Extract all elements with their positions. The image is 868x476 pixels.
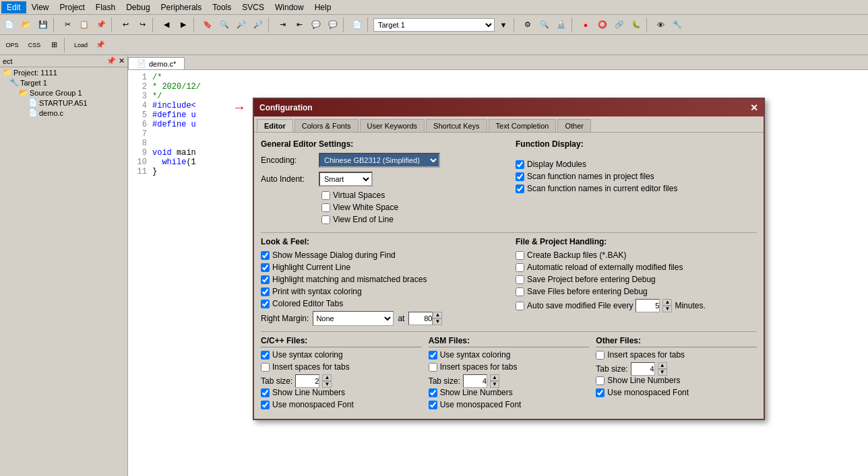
other-monospace-cb[interactable] xyxy=(596,388,604,397)
bookmark-btn[interactable]: 🔖 xyxy=(199,18,216,32)
asm-tab-input[interactable] xyxy=(463,374,487,388)
new-btn[interactable]: 📄 xyxy=(1,18,18,32)
nav-fwd-btn[interactable]: ▶ xyxy=(175,18,191,32)
menu-edit[interactable]: Edit xyxy=(1,1,26,13)
menu-tools[interactable]: Tools xyxy=(207,1,237,13)
show-message-cb[interactable] xyxy=(261,251,270,260)
indent-btn[interactable]: ⇥ xyxy=(274,18,290,32)
save-files-cb[interactable] xyxy=(516,287,524,296)
expand-btn[interactable]: ⊞ xyxy=(46,38,62,53)
template-btn[interactable]: 📄 xyxy=(349,18,365,32)
pin-btn[interactable]: 📌 xyxy=(92,38,108,53)
view-eol-cb[interactable] xyxy=(321,215,330,224)
nav-back-btn[interactable]: ◀ xyxy=(158,18,175,32)
colored-tabs-cb[interactable] xyxy=(261,300,270,308)
menu-project[interactable]: Project xyxy=(54,1,90,13)
other-tab-up[interactable]: ▲ xyxy=(658,362,667,369)
view-btn[interactable]: 👁 xyxy=(652,18,669,32)
cut-btn[interactable]: ✂ xyxy=(59,18,75,32)
auto-save-spin-down[interactable]: ▼ xyxy=(662,306,672,312)
uncomment-btn[interactable]: 💬 xyxy=(325,18,341,32)
undo-btn[interactable]: ↩ xyxy=(117,18,133,32)
inspect-btn[interactable]: 🔬 xyxy=(553,18,569,32)
tab-other[interactable]: Other xyxy=(557,119,591,132)
asm-tab-down[interactable]: ▼ xyxy=(490,381,499,388)
file-startup[interactable]: 📄 STARTUP.A51 xyxy=(0,98,127,108)
target-select[interactable]: Target 1 xyxy=(373,18,495,32)
cpp-lineno-cb[interactable] xyxy=(261,388,270,397)
create-backup-cb[interactable] xyxy=(516,251,524,260)
copy-btn[interactable]: 📋 xyxy=(76,18,92,32)
scan-proj-cb[interactable] xyxy=(516,172,524,181)
auto-save-spin-up[interactable]: ▲ xyxy=(662,299,672,306)
other-tab-down[interactable]: ▼ xyxy=(658,369,667,376)
menu-window[interactable]: Window xyxy=(270,1,309,13)
other-tab-input[interactable] xyxy=(631,362,655,376)
asm-syntax-cb[interactable] xyxy=(429,351,437,360)
comment-btn[interactable]: 💬 xyxy=(308,18,324,32)
asm-monospace-cb[interactable] xyxy=(429,401,437,409)
save-btn[interactable]: 💾 xyxy=(35,18,51,32)
cpp-monospace-cb[interactable] xyxy=(261,401,270,409)
at-spin-up[interactable]: ▲ xyxy=(433,312,442,318)
at-spin-down[interactable]: ▼ xyxy=(433,318,442,325)
menu-svcs[interactable]: SVCS xyxy=(237,1,270,13)
settings2-btn[interactable]: 🔧 xyxy=(669,18,685,32)
target-item[interactable]: 🔧 Target 1 xyxy=(0,77,127,88)
ops-btn[interactable]: OPS xyxy=(1,38,23,53)
view-white-space-cb[interactable] xyxy=(321,203,330,212)
cpp-tab-up[interactable]: ▲ xyxy=(322,374,332,381)
css-btn[interactable]: CSS xyxy=(24,38,45,53)
print-syntax-cb[interactable] xyxy=(261,287,270,296)
asm-spaces-cb[interactable] xyxy=(429,363,437,372)
virtual-spaces-cb[interactable] xyxy=(321,191,330,200)
link-btn[interactable]: 🔗 xyxy=(611,18,627,32)
asm-tab-up[interactable]: ▲ xyxy=(490,374,499,381)
asm-lineno-cb[interactable] xyxy=(429,388,437,397)
tab-editor[interactable]: Editor xyxy=(257,119,293,132)
search-btn[interactable]: 🔍 xyxy=(536,18,553,32)
run-btn[interactable]: ● xyxy=(578,18,594,32)
cpp-spaces-cb[interactable] xyxy=(261,363,270,372)
open-btn[interactable]: 📂 xyxy=(18,18,34,32)
other-spaces-cb[interactable] xyxy=(596,351,604,360)
paste-btn[interactable]: 📌 xyxy=(93,18,109,32)
auto-save-input[interactable] xyxy=(636,299,660,312)
file-demo[interactable]: 📄 demo.c xyxy=(0,108,127,118)
pin-icon[interactable]: 📌 xyxy=(106,57,116,65)
encoding-select[interactable]: Chinese GB2312 (Simplified) xyxy=(319,153,440,168)
tab-colors-fonts[interactable]: Colors & Fonts xyxy=(294,119,359,132)
cpp-tab-down[interactable]: ▼ xyxy=(322,381,332,388)
find-btn[interactable]: 🔍 xyxy=(216,18,232,32)
auto-save-cb[interactable] xyxy=(516,302,524,310)
highlight-line-cb[interactable] xyxy=(261,263,270,272)
config-btn[interactable]: ⚙ xyxy=(520,18,536,32)
tab-text-completion[interactable]: Text Completion xyxy=(489,119,557,132)
find2-btn[interactable]: 🔎 xyxy=(233,18,249,32)
auto-reload-cb[interactable] xyxy=(516,263,524,272)
tab-user-keywords[interactable]: User Keywords xyxy=(360,119,425,132)
right-margin-select[interactable]: None xyxy=(313,311,394,326)
find3-btn[interactable]: 🔎 xyxy=(250,18,266,32)
tab-shortcut-keys[interactable]: Shortcut Keys xyxy=(426,119,487,132)
display-modules-cb[interactable] xyxy=(516,160,524,169)
menu-peripherals[interactable]: Peripherals xyxy=(156,1,208,13)
other-lineno-cb[interactable] xyxy=(596,376,604,385)
scan-editor-cb[interactable] xyxy=(516,184,524,193)
dropdown-btn[interactable]: ▼ xyxy=(495,18,512,32)
dialog-close-btn[interactable]: ✕ xyxy=(750,103,758,112)
menu-debug[interactable]: Debug xyxy=(121,1,155,13)
debug-btn[interactable]: 🐛 xyxy=(628,18,644,32)
menu-view[interactable]: View xyxy=(26,1,55,13)
cpp-syntax-cb[interactable] xyxy=(261,351,270,360)
save-project-cb[interactable] xyxy=(516,275,524,284)
redo-btn[interactable]: ↪ xyxy=(134,18,150,32)
highlight-braces-cb[interactable] xyxy=(261,275,270,284)
cpp-tab-input[interactable] xyxy=(295,374,319,388)
editor-tab-demo[interactable]: 📄 demo.c* xyxy=(128,57,185,69)
unindent-btn[interactable]: ⇤ xyxy=(291,18,307,32)
menu-flash[interactable]: Flash xyxy=(90,1,121,13)
menu-help[interactable]: Help xyxy=(309,1,337,13)
stop-btn[interactable]: ⭕ xyxy=(594,18,611,32)
at-value-input[interactable] xyxy=(408,312,433,325)
